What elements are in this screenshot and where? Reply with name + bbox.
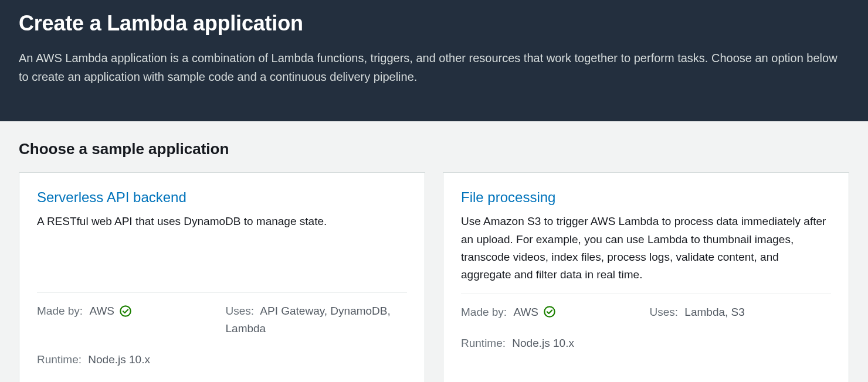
made-by-value: AWS (89, 302, 114, 319)
made-by-field: Made by: AWS (461, 303, 643, 320)
made-by-label: Made by: (461, 306, 507, 318)
card-meta-row: Made by: AWS Uses: API Gateway, Dynamo (37, 302, 407, 337)
card-description: Use Amazon S3 to trigger AWS Lambda to p… (461, 213, 831, 284)
made-by-value-wrap: AWS (513, 303, 556, 320)
svg-point-1 (544, 307, 554, 317)
svg-point-0 (120, 306, 130, 316)
card-file-processing[interactable]: File processing Use Amazon S3 to trigger… (443, 172, 849, 382)
verified-icon (543, 305, 556, 318)
uses-label: Uses: (650, 306, 679, 318)
uses-label: Uses: (226, 305, 255, 317)
content-area: Choose a sample application Serverless A… (0, 121, 868, 382)
divider (461, 294, 831, 294)
made-by-label: Made by: (37, 305, 83, 317)
runtime-value: Node.js 10.x (512, 337, 574, 349)
divider (37, 292, 407, 293)
uses-field: Uses: Lambda, S3 (650, 303, 832, 320)
page-description: An AWS Lambda application is a combinati… (19, 49, 840, 86)
page-header: Create a Lambda application An AWS Lambd… (0, 0, 868, 121)
uses-value: Lambda, S3 (684, 306, 744, 318)
made-by-value: AWS (513, 303, 538, 320)
runtime-field: Runtime: Node.js 10.x (461, 337, 831, 350)
verified-icon (119, 305, 132, 318)
card-title: File processing (461, 189, 831, 206)
sample-application-cards: Serverless API backend A RESTful web API… (19, 172, 849, 382)
card-description: A RESTful web API that uses DynamoDB to … (37, 213, 407, 283)
page-title: Create a Lambda application (19, 11, 849, 36)
runtime-label: Runtime: (461, 337, 506, 349)
made-by-value-wrap: AWS (89, 302, 132, 319)
card-meta-row: Made by: AWS Uses: Lambda, S3 (461, 303, 831, 320)
runtime-label: Runtime: (37, 353, 82, 366)
card-serverless-api-backend[interactable]: Serverless API backend A RESTful web API… (19, 172, 425, 382)
card-title: Serverless API backend (37, 189, 407, 206)
made-by-field: Made by: AWS (37, 302, 219, 337)
runtime-value: Node.js 10.x (88, 353, 150, 366)
uses-field: Uses: API Gateway, DynamoDB, Lambda (226, 302, 408, 337)
runtime-field: Runtime: Node.js 10.x (37, 353, 407, 366)
section-title: Choose a sample application (19, 140, 849, 158)
